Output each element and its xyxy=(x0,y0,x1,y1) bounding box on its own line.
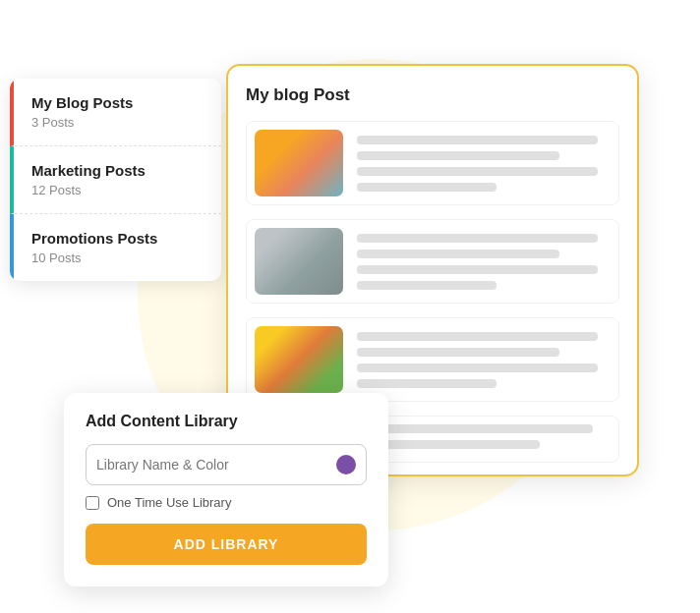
sidebar-item-title: Promotions Posts xyxy=(31,230,204,247)
post-line xyxy=(357,151,559,160)
library-name-input[interactable] xyxy=(96,457,328,473)
post-line xyxy=(357,332,598,341)
sidebar: My Blog Posts 3 Posts Marketing Posts 12… xyxy=(10,79,221,281)
checkbox-label: One Time Use Library xyxy=(107,495,231,510)
post-line xyxy=(357,234,598,243)
sidebar-item-my-blog-posts[interactable]: My Blog Posts 3 Posts xyxy=(10,79,221,146)
library-input-row xyxy=(86,444,367,485)
post-item[interactable] xyxy=(246,121,619,205)
add-library-title: Add Content Library xyxy=(86,413,367,430)
post-line xyxy=(357,363,598,372)
sidebar-item-title: Marketing Posts xyxy=(31,162,204,179)
sidebar-item-title: My Blog Posts xyxy=(31,94,204,111)
post-line xyxy=(357,167,598,176)
color-picker-dot[interactable] xyxy=(336,455,356,474)
post-thumbnail-3 xyxy=(255,326,343,393)
post-line xyxy=(357,265,598,274)
sidebar-item-count: 10 Posts xyxy=(31,251,204,265)
add-library-button[interactable]: ADD LIBRARY xyxy=(86,524,367,565)
sidebar-item-promotions-posts[interactable]: Promotions Posts 10 Posts xyxy=(10,214,221,281)
post-line xyxy=(357,250,559,258)
add-library-card: Add Content Library One Time Use Library… xyxy=(64,393,388,586)
sidebar-item-marketing-posts[interactable]: Marketing Posts 12 Posts xyxy=(10,146,221,214)
checkbox-row: One Time Use Library xyxy=(86,495,367,510)
sidebar-item-count: 3 Posts xyxy=(31,115,204,130)
post-thumbnail-2 xyxy=(255,228,343,295)
post-line xyxy=(357,136,598,144)
post-line xyxy=(357,183,496,192)
post-lines xyxy=(357,332,611,388)
main-card-title: My blog Post xyxy=(246,85,619,105)
post-line xyxy=(357,348,559,357)
one-time-use-checkbox[interactable] xyxy=(86,496,99,510)
post-line xyxy=(357,281,496,290)
post-item[interactable] xyxy=(246,317,619,402)
post-thumbnail-1 xyxy=(255,130,343,196)
sidebar-item-count: 12 Posts xyxy=(31,183,204,197)
post-lines xyxy=(357,136,611,192)
post-lines xyxy=(357,234,611,290)
post-line xyxy=(357,379,496,388)
post-item[interactable] xyxy=(246,219,619,304)
